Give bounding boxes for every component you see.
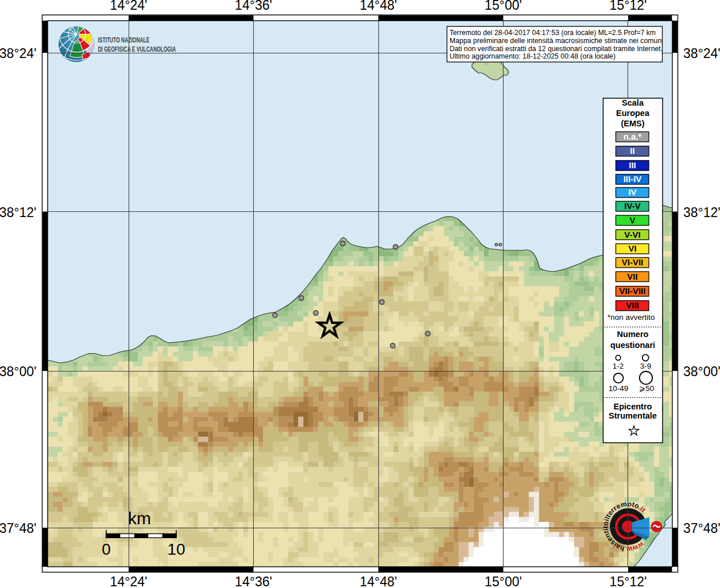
svg-text:38°24': 38°24' xyxy=(683,46,720,61)
svg-text:15°12': 15°12' xyxy=(610,574,647,588)
svg-text:questionari: questionari xyxy=(610,341,655,350)
svg-text:VI: VI xyxy=(628,243,636,253)
svg-text:15°00': 15°00' xyxy=(485,574,522,588)
svg-text:(EMS): (EMS) xyxy=(621,119,644,128)
svg-text:3-9: 3-9 xyxy=(640,362,652,370)
svg-text:Dati non verificati estratti d: Dati non verificati estratti da 12 quest… xyxy=(450,44,663,53)
svg-text:38°24': 38°24' xyxy=(0,46,37,61)
svg-text:*non avvertito: *non avvertito xyxy=(607,313,655,322)
svg-text:Epicentro: Epicentro xyxy=(614,402,652,411)
svg-text:ISTITUTO NAZIONALE: ISTITUTO NAZIONALE xyxy=(98,36,149,44)
svg-text:IV: IV xyxy=(628,187,636,197)
svg-text:Scala: Scala xyxy=(622,98,644,107)
svg-text:14°36': 14°36' xyxy=(235,0,272,13)
svg-text:VII-VIII: VII-VIII xyxy=(620,286,646,296)
svg-text:Terremoto del 28-04-2017 04:17: Terremoto del 28-04-2017 04:17:53 (ora l… xyxy=(450,28,656,37)
svg-text:10: 10 xyxy=(167,540,185,558)
svg-text:14°48': 14°48' xyxy=(360,574,397,588)
svg-text:37°48': 37°48' xyxy=(0,521,37,536)
svg-text:n.a.*: n.a.* xyxy=(624,131,642,141)
svg-text:⩾50: ⩾50 xyxy=(639,384,654,393)
svg-text:38°12': 38°12' xyxy=(0,205,37,220)
svg-text:14°24': 14°24' xyxy=(110,0,148,13)
svg-text:Ultimo aggiornamento: 18-12-20: Ultimo aggiornamento: 18-12-2025 00:48 (… xyxy=(450,52,616,60)
svg-text:37°48': 37°48' xyxy=(683,521,720,536)
svg-text:15°00': 15°00' xyxy=(485,0,522,13)
svg-text:VI-VII: VI-VII xyxy=(622,257,644,267)
svg-text:14°48': 14°48' xyxy=(360,0,397,13)
svg-text:Strumentale: Strumentale xyxy=(609,411,657,420)
svg-text:14°36': 14°36' xyxy=(235,574,272,588)
svg-text:VII: VII xyxy=(627,272,637,281)
svg-text:1-2: 1-2 xyxy=(613,362,624,370)
svg-text:38°00': 38°00' xyxy=(683,364,720,379)
svg-text:Numero: Numero xyxy=(617,330,649,339)
svg-text:V-VI: V-VI xyxy=(624,230,640,239)
svg-text:VIII: VIII xyxy=(626,300,639,310)
svg-text:II: II xyxy=(630,146,634,156)
svg-text:0: 0 xyxy=(102,540,111,558)
svg-text:V: V xyxy=(629,215,635,225)
svg-text:38°12': 38°12' xyxy=(683,205,720,220)
svg-text:km: km xyxy=(128,509,151,528)
svg-text:III: III xyxy=(629,160,636,170)
svg-text:Europea: Europea xyxy=(616,109,650,118)
svg-text:DI GEOFISICA E VULCANOLOGIA: DI GEOFISICA E VULCANOLOGIA xyxy=(98,45,176,53)
svg-text:14°24': 14°24' xyxy=(110,574,148,588)
svg-text:Mappa preliminare delle intens: Mappa preliminare delle intensità macros… xyxy=(450,36,663,45)
svg-text:III-IV: III-IV xyxy=(624,174,642,184)
svg-text:IV-V: IV-V xyxy=(624,201,640,211)
svg-text:10-49: 10-49 xyxy=(609,384,629,393)
svg-text:38°00': 38°00' xyxy=(0,364,37,379)
svg-text:15°12': 15°12' xyxy=(610,0,647,13)
